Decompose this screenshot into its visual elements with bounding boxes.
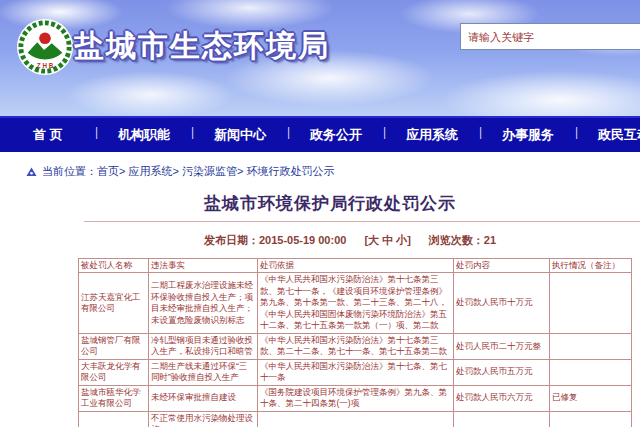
- cell-basis: 《中华人民共和国水污染防治法》第十七条、第七十一条: [258, 359, 454, 385]
- nav-item-1[interactable]: 首 页: [0, 126, 96, 144]
- page-title: 盐城市环境保护局行政处罚公示: [0, 192, 640, 215]
- column-header: 被处罚人名称: [79, 259, 149, 273]
- cell-name: 大丰跃龙化学有限公司: [79, 359, 149, 385]
- cell-note: 已修复: [550, 385, 632, 411]
- cell-penalty: 处罚款人民币五万元: [454, 359, 550, 385]
- nav-item-6[interactable]: 办事服务: [480, 126, 576, 144]
- cell-name: 盐城市瓯华化学工业有限公司: [79, 385, 149, 411]
- cell-facts: 冷轧型钢项目未通过验收投入生产，私设排污口和暗管: [149, 333, 258, 359]
- publish-date-label: 发布日期：: [204, 234, 259, 246]
- cell-name: 江苏天嘉宜化工有限公司: [79, 273, 149, 333]
- cell-note: [550, 359, 632, 385]
- cell-note: [550, 411, 632, 427]
- table-row: 江苏天嘉宜化工有限公司二期工程废水治理设施未经环保验收擅自投入生产；项目未经审批…: [79, 273, 632, 333]
- cell-penalty: 处罚款人民币十万元: [454, 273, 550, 333]
- table-row: 盐城钢管厂有限公司冷轧型钢项目未通过验收投入生产，私设排污口和暗管《中华人民共和…: [79, 333, 632, 359]
- cell-name: [79, 411, 149, 427]
- breadcrumb-label: 当前位置：: [42, 164, 97, 179]
- cell-facts: 不正常使用水污染物处理设施: [149, 411, 258, 427]
- nav-item-3[interactable]: 新闻中心: [192, 126, 288, 144]
- views-value: 21: [484, 234, 496, 246]
- table-row: 不正常使用水污染物处理设施: [79, 411, 632, 427]
- main-nav: 首 页机构职能新闻中心政务公开应用系统办事服务政民互动: [0, 116, 640, 152]
- cell-basis: 《中华人民共和国水污染防治法》第十七条第三款、第七十一条，《建设项目环境保护管理…: [258, 273, 454, 333]
- article-meta: 发布日期：2015-05-19 00:00[大 中 小]浏览次数：21: [0, 233, 640, 248]
- cell-penalty: 处罚人民币二十万元整: [454, 333, 550, 359]
- breadcrumb-path[interactable]: 首页> 应用系统> 污染源监管> 环境行政处罚公示: [97, 164, 334, 179]
- cell-note: [550, 333, 632, 359]
- penalty-table-body: 江苏天嘉宜化工有限公司二期工程废水治理设施未经环保验收擅自投入生产；项目未经审批…: [79, 273, 632, 427]
- cell-penalty: [454, 411, 550, 427]
- views-label: 浏览次数：: [429, 234, 484, 246]
- penalty-table: 被处罚人名称违法事实处罚依据处罚内容执行情况（备注） 江苏天嘉宜化工有限公司二期…: [78, 258, 632, 427]
- cell-facts: 未经环保审批擅自建设: [149, 385, 258, 411]
- nav-list: 首 页机构职能新闻中心政务公开应用系统办事服务政民互动: [0, 118, 640, 152]
- column-header: 执行情况（备注）: [550, 259, 632, 273]
- cell-name: 盐城钢管厂有限公司: [79, 333, 149, 359]
- nav-item-7[interactable]: 政民互动: [576, 126, 640, 144]
- cell-facts: 二期生产线未通过环保“三同时”验收擅自投入生产: [149, 359, 258, 385]
- publish-date-value: 2015-05-19 00:00: [259, 234, 346, 246]
- nav-item-2[interactable]: 机构职能: [96, 126, 192, 144]
- nav-item-5[interactable]: 应用系统: [384, 126, 480, 144]
- penalty-table-head-row: 被处罚人名称违法事实处罚依据处罚内容执行情况（备注）: [79, 259, 632, 273]
- epa-logo-icon: Z H B: [16, 18, 74, 76]
- cell-basis: [258, 411, 454, 427]
- logo-letters: Z H B: [37, 62, 54, 69]
- column-header: 处罚依据: [258, 259, 454, 273]
- page: Z H B 盐城市生态环境局 首 页机构职能新闻中心政务公开应用系统办事服务政民…: [0, 0, 640, 427]
- table-row: 大丰跃龙化学有限公司二期生产线未通过环保“三同时”验收擅自投入生产《中华人民共和…: [79, 359, 632, 385]
- home-icon: [26, 167, 37, 177]
- site-title: 盐城市生态环境局: [74, 26, 330, 67]
- nav-item-4[interactable]: 政务公开: [288, 126, 384, 144]
- font-size-switcher[interactable]: [大 中 小]: [364, 234, 410, 246]
- title-divider: [84, 221, 640, 222]
- cell-note: [550, 273, 632, 333]
- breadcrumb: 当前位置：首页> 应用系统> 污染源监管> 环境行政处罚公示: [26, 164, 334, 179]
- cell-basis: 《中华人民共和国水污染防治法》第十七条第三款、第二十二条、第七十一条、第七十五条…: [258, 333, 454, 359]
- cell-facts: 二期工程废水治理设施未经环保验收擅自投入生产；项目未经审批擅自投入生产；未设置危…: [149, 273, 258, 333]
- header-banner: Z H B 盐城市生态环境局: [0, 0, 640, 116]
- table-row: 盐城市瓯华化学工业有限公司未经环保审批擅自建设《国务院建设项目环境保护管理条例》…: [79, 385, 632, 411]
- column-header: 违法事实: [149, 259, 258, 273]
- cell-basis: 《国务院建设项目环境保护管理条例》第九条、第十条、第二十四条第(一)项: [258, 385, 454, 411]
- column-header: 处罚内容: [454, 259, 550, 273]
- search-input[interactable]: [460, 23, 640, 50]
- cell-penalty: 处罚款人民币六万元: [454, 385, 550, 411]
